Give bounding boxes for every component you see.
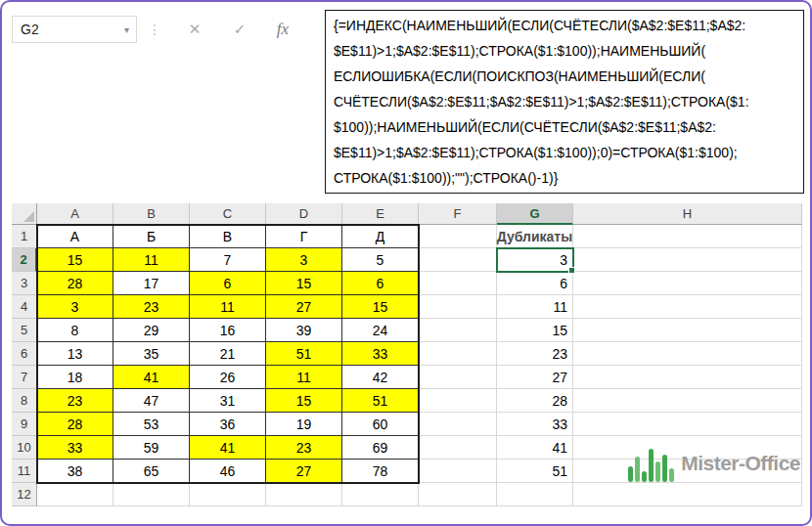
row-header-10[interactable]: 10 <box>12 436 37 460</box>
cell-B2[interactable]: 11 <box>113 248 190 272</box>
cell-C12[interactable] <box>190 483 266 506</box>
cell-D2[interactable]: 3 <box>266 248 342 272</box>
cell-B11[interactable]: 65 <box>113 460 190 483</box>
column-header-B[interactable]: B <box>113 203 190 225</box>
cell-H8[interactable] <box>573 389 802 413</box>
row-header-11[interactable]: 11 <box>12 460 37 483</box>
cell-F5[interactable] <box>419 319 497 342</box>
cell-F10[interactable] <box>419 436 497 460</box>
cell-B5[interactable]: 29 <box>113 319 190 342</box>
cell-C9[interactable]: 36 <box>190 413 266 436</box>
cell-C5[interactable]: 16 <box>190 319 266 342</box>
cell-B7[interactable]: 41 <box>113 366 190 389</box>
cell-B4[interactable]: 23 <box>113 295 190 319</box>
cell-E10[interactable]: 69 <box>342 436 419 460</box>
cell-A5[interactable]: 8 <box>37 319 113 342</box>
cell-B6[interactable]: 35 <box>113 342 190 366</box>
cell-C11[interactable]: 46 <box>190 460 266 483</box>
cell-H2[interactable] <box>573 248 802 272</box>
cell-E6[interactable]: 33 <box>342 342 419 366</box>
row-header-3[interactable]: 3 <box>12 272 37 295</box>
more-options-icon[interactable]: ⋮ <box>148 16 161 43</box>
cell-B1[interactable]: Б <box>113 225 190 248</box>
enter-icon[interactable]: ✓ <box>223 16 256 43</box>
cell-H6[interactable] <box>573 342 802 366</box>
cell-E4[interactable]: 15 <box>342 295 419 319</box>
cell-F1[interactable] <box>419 225 497 248</box>
cell-A2[interactable]: 15 <box>37 248 113 272</box>
cell-F4[interactable] <box>419 295 497 319</box>
cell-A1[interactable]: А <box>37 225 113 248</box>
cell-E11[interactable]: 78 <box>342 460 419 483</box>
row-header-5[interactable]: 5 <box>12 319 37 342</box>
cell-G7[interactable]: 27 <box>497 366 573 389</box>
cell-C6[interactable]: 21 <box>190 342 266 366</box>
cell-D10[interactable]: 23 <box>266 436 342 460</box>
cell-F2[interactable] <box>419 248 497 272</box>
cell-C3[interactable]: 6 <box>190 272 266 295</box>
cell-F9[interactable] <box>419 413 497 436</box>
cell-D3[interactable]: 15 <box>266 272 342 295</box>
cell-H5[interactable] <box>573 319 802 342</box>
row-header-2[interactable]: 2 <box>12 248 37 272</box>
cancel-icon[interactable]: ✕ <box>178 16 211 43</box>
cell-A6[interactable]: 13 <box>37 342 113 366</box>
cell-A3[interactable]: 28 <box>37 272 113 295</box>
cell-C2[interactable]: 7 <box>190 248 266 272</box>
cell-D8[interactable]: 15 <box>266 389 342 413</box>
cell-C4[interactable]: 11 <box>190 295 266 319</box>
name-box[interactable]: G2 ▾ <box>12 16 137 43</box>
cell-H1[interactable] <box>573 225 802 248</box>
cell-G2[interactable]: 3 <box>497 248 573 272</box>
cell-D9[interactable]: 19 <box>266 413 342 436</box>
cell-B8[interactable]: 47 <box>113 389 190 413</box>
column-header-H[interactable]: H <box>573 203 802 225</box>
cell-H4[interactable] <box>573 295 802 319</box>
cell-G6[interactable]: 23 <box>497 342 573 366</box>
cell-H7[interactable] <box>573 366 802 389</box>
row-header-7[interactable]: 7 <box>12 366 37 389</box>
formula-bar[interactable]: {=ИНДЕКС(НАИМЕНЬШИЙ(ЕСЛИ(СЧЁТЕСЛИ($A$2:$… <box>325 10 804 194</box>
select-all-corner[interactable] <box>12 203 37 225</box>
column-header-A[interactable]: A <box>37 203 113 225</box>
cell-D7[interactable]: 11 <box>266 366 342 389</box>
cell-E5[interactable]: 24 <box>342 319 419 342</box>
cell-H12[interactable] <box>573 483 802 506</box>
cell-F11[interactable] <box>419 460 497 483</box>
chevron-down-icon[interactable]: ▾ <box>124 24 136 35</box>
cell-A7[interactable]: 18 <box>37 366 113 389</box>
cell-E12[interactable] <box>342 483 419 506</box>
cell-E9[interactable]: 60 <box>342 413 419 436</box>
row-header-9[interactable]: 9 <box>12 413 37 436</box>
row-header-8[interactable]: 8 <box>12 389 37 413</box>
cell-D4[interactable]: 27 <box>266 295 342 319</box>
cell-H3[interactable] <box>573 272 802 295</box>
cell-F7[interactable] <box>419 366 497 389</box>
cell-B12[interactable] <box>113 483 190 506</box>
column-header-C[interactable]: C <box>190 203 266 225</box>
cell-E7[interactable]: 42 <box>342 366 419 389</box>
cell-G10[interactable]: 41 <box>497 436 573 460</box>
cell-G8[interactable]: 28 <box>497 389 573 413</box>
cell-F8[interactable] <box>419 389 497 413</box>
row-header-1[interactable]: 1 <box>12 225 37 248</box>
cell-D6[interactable]: 51 <box>266 342 342 366</box>
cell-C10[interactable]: 41 <box>190 436 266 460</box>
cell-E3[interactable]: 6 <box>342 272 419 295</box>
cell-A12[interactable] <box>37 483 113 506</box>
column-header-D[interactable]: D <box>266 203 342 225</box>
cell-G12[interactable] <box>497 483 573 506</box>
cell-A4[interactable]: 3 <box>37 295 113 319</box>
cell-G1[interactable]: Дубликаты <box>497 225 573 248</box>
row-header-6[interactable]: 6 <box>12 342 37 366</box>
cell-F3[interactable] <box>419 272 497 295</box>
cell-A9[interactable]: 28 <box>37 413 113 436</box>
cell-G11[interactable]: 51 <box>497 460 573 483</box>
row-header-12[interactable]: 12 <box>12 483 37 506</box>
cell-G4[interactable]: 11 <box>497 295 573 319</box>
cell-D11[interactable]: 27 <box>266 460 342 483</box>
cell-E2[interactable]: 5 <box>342 248 419 272</box>
column-header-G[interactable]: G <box>497 203 573 225</box>
cell-A8[interactable]: 23 <box>37 389 113 413</box>
cell-E8[interactable]: 51 <box>342 389 419 413</box>
